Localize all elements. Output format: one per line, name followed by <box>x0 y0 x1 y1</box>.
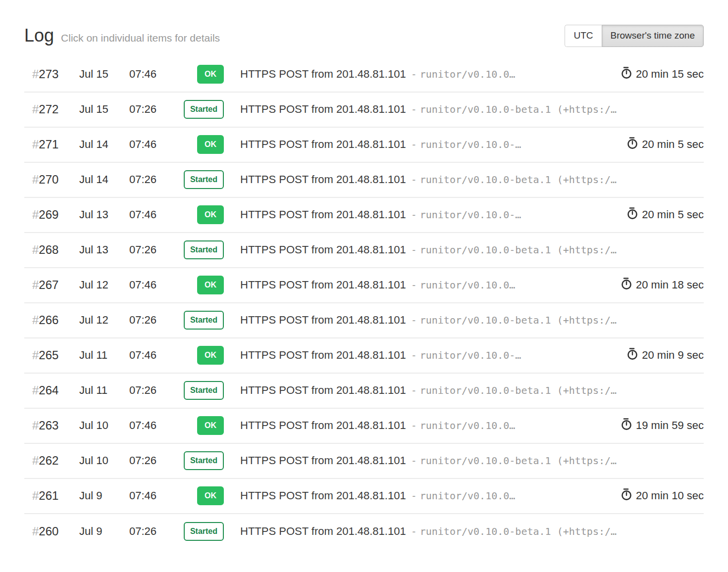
event-number: #262 <box>24 454 79 468</box>
log-row[interactable]: #264 Jul 11 07:26 Started HTTPS POST fro… <box>24 374 704 409</box>
event-number: #265 <box>24 348 79 362</box>
duration-text: 19 min 59 sec <box>636 419 704 432</box>
event-description: HTTPS POST from 201.48.81.101-runitor/v0… <box>240 173 681 186</box>
event-date: Jul 14 <box>79 138 129 151</box>
timezone-toggle-group: UTC Browser's time zone <box>565 25 704 47</box>
event-number-hash: # <box>32 102 39 116</box>
event-time: 07:26 <box>129 384 162 397</box>
status-badge: Started <box>184 240 224 259</box>
title-wrap: Log Click on individual items for detail… <box>24 27 220 45</box>
page-title: Log <box>24 27 54 45</box>
log-page: Log Click on individual items for detail… <box>0 0 728 572</box>
event-number: #269 <box>24 208 79 222</box>
log-row[interactable]: #266 Jul 12 07:26 Started HTTPS POST fro… <box>24 303 704 338</box>
event-description: HTTPS POST from 201.48.81.101-runitor/v0… <box>240 68 613 81</box>
event-number: #273 <box>24 67 79 81</box>
event-date: Jul 15 <box>79 103 129 116</box>
event-description: HTTPS POST from 201.48.81.101-runitor/v0… <box>240 525 681 538</box>
event-separator: - <box>411 314 417 326</box>
event-separator: - <box>411 68 417 80</box>
duration-cell: 20 min 18 sec <box>621 277 704 293</box>
log-row[interactable]: #269 Jul 13 07:46 OK HTTPS POST from 201… <box>24 198 704 233</box>
status-cell: OK <box>162 346 224 365</box>
log-row[interactable]: #273 Jul 15 07:46 OK HTTPS POST from 201… <box>24 57 704 93</box>
event-separator: - <box>411 384 417 396</box>
stopwatch-icon <box>621 488 632 504</box>
event-description: HTTPS POST from 201.48.81.101-runitor/v0… <box>240 419 613 432</box>
event-date: Jul 10 <box>79 419 129 432</box>
event-description: HTTPS POST from 201.48.81.101-runitor/v0… <box>240 454 681 467</box>
duration-cell: 20 min 15 sec <box>621 66 704 82</box>
event-number: #263 <box>24 419 79 432</box>
event-number-value: 269 <box>39 208 58 221</box>
event-number: #260 <box>24 524 79 538</box>
status-cell: OK <box>162 135 224 154</box>
status-cell: OK <box>162 205 224 224</box>
log-row[interactable]: #260 Jul 9 07:26 Started HTTPS POST from… <box>24 514 704 549</box>
log-row[interactable]: #271 Jul 14 07:46 OK HTTPS POST from 201… <box>24 128 704 163</box>
event-number-value: 260 <box>39 524 58 538</box>
log-row[interactable]: #262 Jul 10 07:26 Started HTTPS POST fro… <box>24 444 704 479</box>
log-row[interactable]: #270 Jul 14 07:26 Started HTTPS POST fro… <box>24 163 704 198</box>
event-number: #268 <box>24 243 79 257</box>
browser-timezone-button[interactable]: Browser's time zone <box>602 25 704 47</box>
user-agent-text: runitor/v0.10.0-beta.1 (+https:/… <box>420 174 617 186</box>
event-date: Jul 12 <box>79 279 129 291</box>
duration-text: 20 min 15 sec <box>636 68 704 81</box>
status-cell: Started <box>162 381 224 400</box>
log-row[interactable]: #261 Jul 9 07:46 OK HTTPS POST from 201.… <box>24 479 704 514</box>
event-description: HTTPS POST from 201.48.81.101-runitor/v0… <box>240 314 681 327</box>
log-row[interactable]: #272 Jul 15 07:26 Started HTTPS POST fro… <box>24 93 704 128</box>
event-number-hash: # <box>32 454 39 467</box>
utc-button[interactable]: UTC <box>565 25 601 47</box>
event-time: 07:46 <box>129 68 162 81</box>
event-time: 07:46 <box>129 349 162 362</box>
user-agent-text: runitor/v0.10.0-… <box>420 139 521 150</box>
event-time: 07:26 <box>129 173 162 186</box>
event-number-hash: # <box>32 67 39 81</box>
status-cell: Started <box>162 170 224 189</box>
log-row[interactable]: #268 Jul 13 07:26 Started HTTPS POST fro… <box>24 233 704 268</box>
stopwatch-icon <box>621 418 632 433</box>
user-agent-text: runitor/v0.10.0-beta.1 (+https:/… <box>420 384 617 396</box>
status-badge: OK <box>197 346 224 365</box>
event-number-hash: # <box>32 313 39 327</box>
user-agent-text: runitor/v0.10.0-beta.1 (+https:/… <box>420 103 617 115</box>
event-text: HTTPS POST from 201.48.81.101 <box>240 384 406 396</box>
status-badge: Started <box>184 311 224 330</box>
event-text: HTTPS POST from 201.48.81.101 <box>240 489 406 502</box>
status-cell: OK <box>162 65 224 84</box>
event-text: HTTPS POST from 201.48.81.101 <box>240 243 406 256</box>
log-row[interactable]: #267 Jul 12 07:46 OK HTTPS POST from 201… <box>24 268 704 303</box>
user-agent-text: runitor/v0.10.0… <box>420 68 516 80</box>
duration-text: 20 min 5 sec <box>642 138 704 151</box>
event-number-value: 267 <box>39 278 58 291</box>
event-date: Jul 13 <box>79 208 129 221</box>
event-date: Jul 11 <box>79 349 129 362</box>
log-row[interactable]: #265 Jul 11 07:46 OK HTTPS POST from 201… <box>24 338 704 374</box>
stopwatch-icon <box>627 137 638 152</box>
log-row[interactable]: #263 Jul 10 07:46 OK HTTPS POST from 201… <box>24 409 704 444</box>
status-cell: Started <box>162 311 224 330</box>
status-cell: Started <box>162 240 224 259</box>
status-badge: Started <box>184 451 224 470</box>
status-badge: Started <box>184 522 224 541</box>
duration-cell: 20 min 9 sec <box>627 347 704 363</box>
event-description: HTTPS POST from 201.48.81.101-runitor/v0… <box>240 138 619 151</box>
event-date: Jul 12 <box>79 314 129 327</box>
status-badge: OK <box>197 135 224 154</box>
event-number: #264 <box>24 383 79 397</box>
status-badge: Started <box>184 170 224 189</box>
event-date: Jul 14 <box>79 173 129 186</box>
event-description: HTTPS POST from 201.48.81.101-runitor/v0… <box>240 243 681 256</box>
event-number: #266 <box>24 313 79 327</box>
event-number-hash: # <box>32 489 39 502</box>
event-number-value: 266 <box>39 313 58 327</box>
duration-cell: 20 min 10 sec <box>621 488 704 504</box>
user-agent-text: runitor/v0.10.0-beta.1 (+https:/… <box>420 455 617 467</box>
event-time: 07:46 <box>129 279 162 291</box>
event-separator: - <box>411 103 417 115</box>
status-cell: OK <box>162 416 224 435</box>
event-separator: - <box>411 139 417 150</box>
event-number-value: 261 <box>39 489 58 502</box>
